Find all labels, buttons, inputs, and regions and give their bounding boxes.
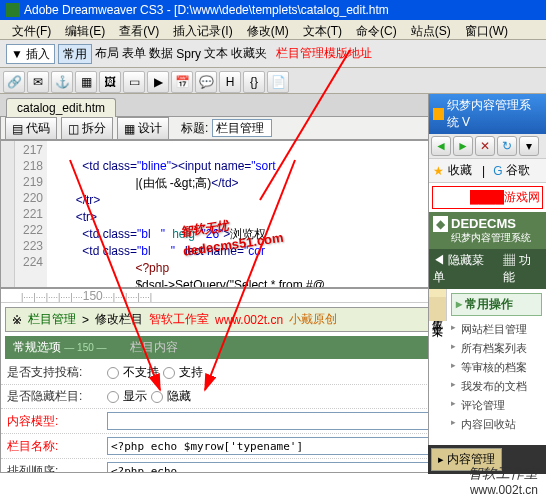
tab-fav[interactable]: 收藏夹 [231,45,267,62]
browser-panel: 织梦内容管理系统 V ◄ ► ✕ ↻ ▾ ★ 收藏 | G 谷歌 ████游戏网… [428,94,546,474]
tab-general[interactable]: 常规选项 [13,340,61,354]
date-icon[interactable]: 📅 [171,71,193,93]
tab-common[interactable]: 常用 [58,44,92,64]
radio-hide[interactable] [151,391,163,403]
script-icon[interactable]: {} [243,71,265,93]
radio-no-contribute[interactable] [107,367,119,379]
ad-banner[interactable]: ████游戏网 [432,186,543,209]
dede-icon [433,108,444,120]
logo-icon: ◆ [433,216,448,232]
list-item[interactable]: 内容回收站 [451,415,542,434]
insert-toolbar: ▼ 插入 常用 布局 表单 数据 Spry 文本 收藏夹 栏目管理模版地址 [0,40,546,68]
app-name: Adobe Dreamweaver CS3 [24,3,163,17]
title-input[interactable] [212,119,272,137]
file-path: [D:\www\dede\templets\catalog_edit.htm [174,3,389,17]
sidecol-generate[interactable]: 生成 [429,305,447,313]
menu-modify[interactable]: 修改(M) [241,22,295,37]
refresh-button[interactable]: ↻ [497,136,517,156]
breadcrumb-root[interactable]: 栏目管理 [28,311,76,328]
radio-show[interactable] [107,391,119,403]
red-annotation: 栏目管理模版地址 [276,45,372,62]
title-label: 标题: [181,120,208,137]
split-icon: ◫ [68,122,80,134]
list-item[interactable]: 我发布的文档 [451,377,542,396]
view-split-button[interactable]: ◫拆分 [61,117,113,140]
insert-dropdown[interactable]: ▼ 插入 [6,44,55,64]
forward-button[interactable]: ► [453,136,473,156]
menu-window[interactable]: 窗口(W) [459,22,514,37]
view-design-button[interactable]: ▦设计 [117,117,169,140]
design-icon: ▦ [124,122,136,134]
hide-menu-button[interactable]: ◀ 隐藏菜单 [433,252,495,286]
google-icon: G [493,164,502,178]
dedecms-logo: ◆DEDECMS 织梦内容管理系统 [429,212,546,249]
label-hidden: 是否隐藏栏目: [7,388,107,405]
menubar: 文件(F) 编辑(E) 查看(V) 插入记录(I) 修改(M) 文本(T) 命令… [0,20,546,40]
list-item[interactable]: 所有档案列表 [451,339,542,358]
app-icon [6,3,20,17]
image-icon[interactable]: 🖼 [99,71,121,93]
home-button[interactable]: ▾ [519,136,539,156]
view-code-button[interactable]: ▤代码 [5,117,57,140]
menu-commands[interactable]: 命令(C) [350,22,403,37]
list-item[interactable]: 评论管理 [451,396,542,415]
tab-data[interactable]: 数据 [149,45,173,62]
footer-watermark: 智软工作室 www.002t.cn [468,465,538,497]
favorites-label[interactable]: 收藏 [448,162,472,179]
author-url[interactable]: www.002t.cn [215,313,283,327]
back-button[interactable]: ◄ [431,136,451,156]
code-icon: ▤ [12,122,24,134]
tab-layout[interactable]: 布局 [95,45,119,62]
ribbon-icons: 🔗 ✉ ⚓ ▦ 🖼 ▭ ▶ 📅 💬 H {} 📄 [0,68,546,94]
browser-title: 织梦内容管理系统 V [429,94,546,134]
label-order: 排列顺序: [7,463,107,474]
comment-icon[interactable]: 💬 [195,71,217,93]
line-numbers: 217218219220221222223224 [15,141,47,287]
label-name: 栏目名称: [7,438,107,455]
list-item[interactable]: 网站栏目管理 [451,320,542,339]
menu-site[interactable]: 站点(S) [405,22,457,37]
function-button[interactable]: ▦ 功能 [503,252,542,286]
label-model: 内容模型: [7,413,107,430]
stop-button[interactable]: ✕ [475,136,495,156]
document-tab[interactable]: catalog_edit.htm [6,98,116,117]
google-link[interactable]: 谷歌 [506,162,530,179]
list-item[interactable]: 等审核的档案 [451,358,542,377]
menu-text[interactable]: 文本(T) [297,22,348,37]
label-contribute: 是否支持投稿: [7,364,107,381]
head-icon[interactable]: H [219,71,241,93]
media-icon[interactable]: ▶ [147,71,169,93]
section-common-ops: ▸ 常用操作 [451,293,542,316]
menu-file[interactable]: 文件(F) [6,22,57,37]
tab-form[interactable]: 表单 [122,45,146,62]
browser-nav: ◄ ► ✕ ↻ ▾ [429,134,546,159]
div-icon[interactable]: ▭ [123,71,145,93]
menu-view[interactable]: 查看(V) [113,22,165,37]
author-name: 小戴原创 [289,311,337,328]
menu-insert[interactable]: 插入记录(I) [167,22,238,37]
breadcrumb-current: 修改栏目 [95,311,143,328]
link-icon[interactable]: 🔗 [3,71,25,93]
sidecol-module[interactable]: 模块 [429,297,447,305]
anchor-icon[interactable]: ⚓ [51,71,73,93]
ops-list: 网站栏目管理 所有档案列表 等审核的档案 我发布的文档 评论管理 内容回收站 [451,320,542,434]
menu-edit[interactable]: 编辑(E) [59,22,111,37]
template-icon[interactable]: 📄 [267,71,289,93]
window-titlebar: Adobe Dreamweaver CS3 - [D:\www\dede\tem… [0,0,546,20]
breadcrumb-icon: ※ [12,313,22,327]
mail-icon[interactable]: ✉ [27,71,49,93]
radio-yes-contribute[interactable] [163,367,175,379]
code-gutter [1,141,15,287]
favorites-bar: ★ 收藏 | G 谷歌 [429,159,546,183]
cms-menu: ◀ 隐藏菜单 ▦ 功能 [429,249,546,289]
author-label: 智软工作室 [149,311,209,328]
sidecol-collect[interactable]: 采集 [429,313,447,321]
tab-spry[interactable]: Spry [176,47,201,61]
table-icon[interactable]: ▦ [75,71,97,93]
tab-text[interactable]: 文本 [204,45,228,62]
tab-content[interactable]: 栏目内容 [130,340,178,354]
sidecol-core[interactable]: 核心 [429,289,447,297]
star-icon: ★ [433,164,444,178]
